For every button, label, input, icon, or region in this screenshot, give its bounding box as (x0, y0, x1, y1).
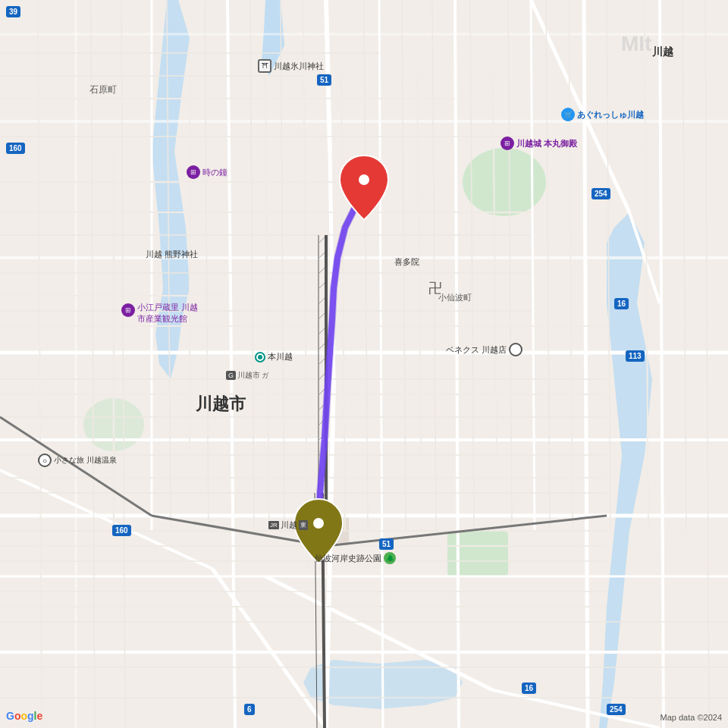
city-label-kawagoe: 川越市 (196, 393, 246, 416)
label-g: ガ (262, 371, 268, 381)
svg-line-34 (341, 76, 345, 531)
svg-line-67 (205, 0, 209, 531)
map-attribution: Map data ©2024 (661, 713, 723, 722)
svg-line-28 (493, 690, 660, 728)
svg-line-20 (531, 0, 535, 531)
route-badge-160-left: 160 (6, 143, 25, 154)
svg-line-44 (38, 0, 42, 728)
poi-kitain: 喜多院 (394, 256, 419, 268)
poi-park-icon: 🌲 (384, 552, 396, 564)
label-kawagoe-castle: 川越城 本丸御殿 (516, 138, 577, 149)
label-senpagashi: 仙波河岸史跡公園 (315, 553, 381, 564)
poi-venex-circle (509, 343, 522, 356)
route-badge-254-bottom: 254 (607, 704, 626, 715)
route-badge-160-bottom: 160 (112, 525, 131, 536)
map-container: 🛒 あぐれっしゅ川越 ⊞ 川越城 本丸御殿 ⛩ 川越氷川神社 ⊞ 時の鐘 川越 … (0, 0, 728, 728)
svg-line-65 (121, 0, 125, 728)
svg-line-77 (682, 0, 686, 531)
svg-line-69 (281, 0, 284, 531)
svg-line-78 (705, 0, 709, 728)
poi-senpagashi: 仙波河岸史跡公園 🌲 (315, 552, 396, 564)
svg-line-36 (493, 76, 497, 455)
label-isharacho: 石原町 (89, 83, 117, 96)
label-kawagoe-station: 川越 (281, 519, 297, 531)
label-kawagoeshi-station: 川越市 (237, 370, 260, 381)
route-badge-51-bottom: 51 (379, 538, 394, 550)
svg-line-73 (470, 0, 474, 531)
station-icon-kawagoeshi: G (226, 371, 236, 380)
poi-koedo: ⊞ 小江戸蔵里 川越市産業観光館 (121, 302, 198, 325)
svg-line-75 (546, 0, 550, 531)
poi-kawagoeshi-station: G 川越市 ガ (226, 370, 268, 381)
svg-line-33 (265, 76, 269, 531)
route-badge-51-top: 51 (317, 74, 331, 86)
label-hikawa: 川越氷川神社 (274, 61, 324, 72)
label-koedo: 小江戸蔵里 川越市産業観光館 (137, 302, 198, 325)
poi-honcawagoe: 本川越 (255, 351, 293, 362)
google-logo: Google (6, 710, 42, 722)
svg-line-24 (212, 569, 326, 728)
svg-line-74 (508, 0, 512, 531)
label-kumano: 川越 熊野神社 (146, 249, 198, 260)
svg-line-70 (364, 0, 368, 531)
poi-onsen-circle: ○ (38, 453, 52, 467)
poi-venex: ベネクス 川越店 (446, 343, 522, 356)
poi-kawagoe-station: JR 川越 東 (268, 519, 308, 531)
route-badge-254-right: 254 (592, 188, 610, 199)
poi-honcawagoe-icon (255, 352, 265, 362)
label-venex: ベネクス 川越店 (446, 344, 507, 356)
poi-agureshu-kawagoe: 🛒 あぐれっしゅ川越 (561, 108, 644, 121)
label-mit: MIt (621, 32, 651, 56)
label-agureshu: あぐれっしゅ川越 (577, 109, 644, 121)
station-icon-kawagoe2: 東 (299, 520, 308, 530)
svg-point-0 (463, 148, 546, 216)
poi-kawagoe-castle: ⊞ 川越城 本丸御殿 (500, 136, 577, 150)
svg-line-64 (91, 0, 95, 728)
label-honcawagoe: 本川越 (268, 351, 293, 362)
label-toki-no-kane: 時の鐘 (202, 167, 228, 178)
label-kosemba: 小仙波町 (438, 292, 472, 303)
poi-hikawa: ⛩ 川越氷川神社 (258, 59, 324, 73)
svg-line-22 (660, 0, 664, 728)
svg-line-17 (228, 0, 235, 728)
label-kitain: 喜多院 (394, 256, 419, 268)
route-badge-16-right: 16 (614, 298, 629, 309)
poi-toki-no-kane: ⊞ 時の鐘 (187, 165, 228, 179)
svg-line-68 (250, 0, 254, 531)
route-badge-113: 113 (626, 350, 645, 362)
svg-line-19 (455, 0, 459, 728)
svg-line-46 (569, 0, 573, 531)
label-kawagoe-topright: 川越 (652, 46, 673, 59)
svg-line-72 (432, 0, 436, 531)
svg-line-18 (379, 0, 383, 728)
svg-point-108 (313, 518, 324, 529)
station-icon-kawagoe: JR (268, 521, 279, 529)
poi-kumano: 川越 熊野神社 (146, 249, 198, 260)
svg-line-45 (303, 0, 307, 569)
route-badge-39: 39 (6, 6, 20, 17)
svg-point-107 (359, 174, 369, 185)
label-onsen: 小さな旅 川越温泉 (54, 455, 117, 466)
route-badge-16-bottom: 16 (522, 682, 536, 694)
poi-onsen: ○ 小さな旅 川越温泉 (38, 453, 117, 467)
route-badge-6: 6 (244, 704, 255, 715)
